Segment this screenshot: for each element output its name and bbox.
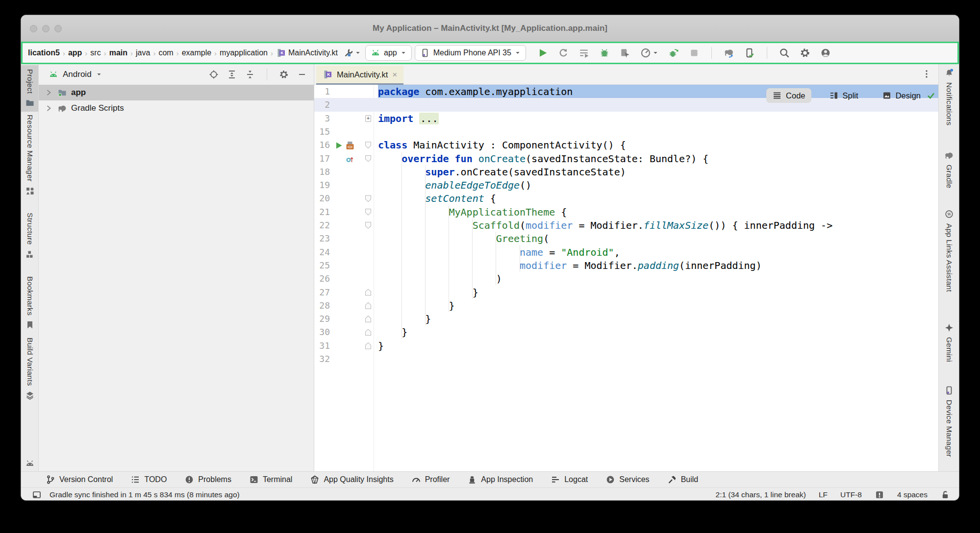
fold-marker[interactable]: + [365,115,371,122]
line-number[interactable]: 1 [314,85,330,98]
line-number[interactable]: 26 [314,272,330,286]
line-number[interactable]: 18 [314,165,330,179]
tool-window-button-terminal[interactable]: Terminal [249,475,292,485]
search-everywhere-button[interactable] [778,46,791,60]
tree-row-gradle-scripts[interactable]: Gradle Scripts [39,100,314,116]
android-icon[interactable] [25,459,35,468]
tool-window-button-build[interactable]: Build [667,475,699,485]
line-number[interactable]: 24 [314,245,330,259]
collapse-all-icon[interactable] [245,70,255,79]
expand-all-icon[interactable] [227,70,237,79]
line-number[interactable]: 25 [314,259,330,272]
stop-button[interactable] [687,46,701,60]
apply-changes-button[interactable] [667,46,680,60]
tool-window-tab-app-links-assistant[interactable]: App Links Assistant [939,205,959,296]
code-line-20[interactable]: 20 setContent { [314,192,939,205]
tool-window-layout-icon[interactable] [32,490,42,500]
code-line-21[interactable]: 21 MyApplicationTheme { [314,205,939,219]
tree-row-app[interactable]: app [39,85,314,100]
tool-window-button-app-quality-insights[interactable]: App Quality Insights [310,475,393,485]
settings-button[interactable] [798,46,812,60]
status-alert-box-icon[interactable] [875,490,884,500]
fold-marker[interactable] [365,289,371,296]
close-window-button[interactable] [30,25,37,32]
breadcrumb-item-src[interactable]: src [89,48,102,58]
locate-file-icon[interactable] [209,70,219,79]
code-line-16[interactable]: 16<>class MainActivity : ComponentActivi… [314,138,939,152]
code-line-31[interactable]: 31} [314,339,939,353]
status-lock-icon[interactable] [940,490,950,500]
breadcrumb-item-com[interactable]: com [157,48,175,58]
code-line-25[interactable]: 25 modifier = Modifier.padding(innerPadd… [314,259,939,272]
run-button[interactable] [536,46,550,60]
tool-window-tab-gemini[interactable]: Gemini [939,319,959,366]
breadcrumb-item-example[interactable]: example [180,48,213,58]
tool-window-button-todo[interactable]: TODO [130,475,167,485]
breadcrumb-item-mainactivity-kt[interactable]: KMainActivity.kt [275,47,339,59]
tool-window-button-services[interactable]: Services [605,475,649,485]
line-number[interactable]: 29 [314,312,330,326]
tool-window-tab-project[interactable]: Project [21,65,38,112]
line-number[interactable]: 23 [314,232,330,245]
status-indent[interactable]: 4 spaces [897,490,928,499]
line-number[interactable]: 30 [314,325,330,339]
build-run-config-widget[interactable] [342,47,362,59]
zoom-window-button[interactable] [54,25,62,32]
fold-marker[interactable] [365,155,371,162]
fold-marker[interactable] [365,315,371,322]
sync-gradle-button[interactable] [722,46,736,60]
line-number[interactable]: 20 [314,192,330,205]
tool-window-button-problems[interactable]: Problems [184,475,231,485]
compose-preview-icon[interactable]: <> [345,141,355,150]
tool-window-tab-device-manager[interactable]: Device Manager [939,382,959,461]
chevron-down-icon[interactable] [96,72,102,77]
line-number[interactable]: 27 [314,286,330,299]
fold-marker[interactable] [365,302,371,309]
device-manager-button[interactable] [743,46,756,60]
line-number[interactable]: 21 [314,205,330,219]
view-mode-split[interactable]: Split [823,88,864,103]
view-mode-code[interactable]: Code [766,88,811,103]
rerun-button[interactable] [556,46,570,60]
fold-marker[interactable] [365,222,371,229]
fold-marker[interactable] [365,329,371,336]
code-line-18[interactable]: 18 super.onCreate(savedInstanceState) [314,165,939,179]
line-number[interactable]: 17 [314,152,330,166]
code-line-22[interactable]: 22 Scaffold(modifier = Modifier.fillMaxS… [314,218,939,232]
status-line-separator[interactable]: LF [819,490,828,499]
code-line-28[interactable]: 28 } [314,299,939,313]
line-number[interactable]: 2 [314,98,330,112]
code-line-30[interactable]: 30 } [314,325,939,339]
breadcrumb-item-lication5[interactable]: lication5 [26,48,61,58]
run-icon[interactable] [334,141,344,150]
tool-window-tab-build-variants[interactable]: Build Variants [21,334,38,404]
close-tab-icon[interactable]: × [392,71,397,79]
code-line-24[interactable]: 24 name = "Android", [314,245,939,259]
profile-button[interactable] [819,46,832,60]
code-line-32[interactable]: 32 [314,352,939,366]
attach-debugger-button[interactable] [618,46,632,60]
fold-marker[interactable] [365,195,371,202]
gear-icon[interactable] [279,70,289,79]
breadcrumb-item-myapplication[interactable]: myapplication [218,48,269,58]
fold-marker[interactable] [365,209,371,216]
override-marker-icon[interactable] [345,154,354,164]
hide-panel-icon[interactable] [297,70,307,79]
breadcrumb-item-main[interactable]: main [108,48,129,58]
editor-tab-mainactivity[interactable]: K MainActivity.kt × [316,66,403,85]
code-line-23[interactable]: 23 Greeting( [314,232,939,245]
code-line-29[interactable]: 29 } [314,312,939,326]
run-tasks-button[interactable] [577,46,591,60]
minimize-window-button[interactable] [42,25,50,32]
code-editor[interactable]: CodeSplitDesign 1package com.example.mya… [314,85,939,471]
code-line-19[interactable]: 19 enableEdgeToEdge() [314,178,939,192]
line-number[interactable]: 28 [314,299,330,313]
tool-window-tab-resource-manager[interactable]: Resource Manager [21,111,38,200]
line-number[interactable]: 3 [314,112,330,125]
line-number[interactable]: 31 [314,339,330,353]
fold-marker[interactable] [365,342,371,349]
status-caret-position[interactable]: 2:1 (34 chars, 1 line break) [716,490,806,499]
code-line-3[interactable]: 3+import ... [314,112,939,125]
line-number[interactable]: 22 [314,218,330,232]
inspections-ok-icon[interactable] [926,91,936,100]
